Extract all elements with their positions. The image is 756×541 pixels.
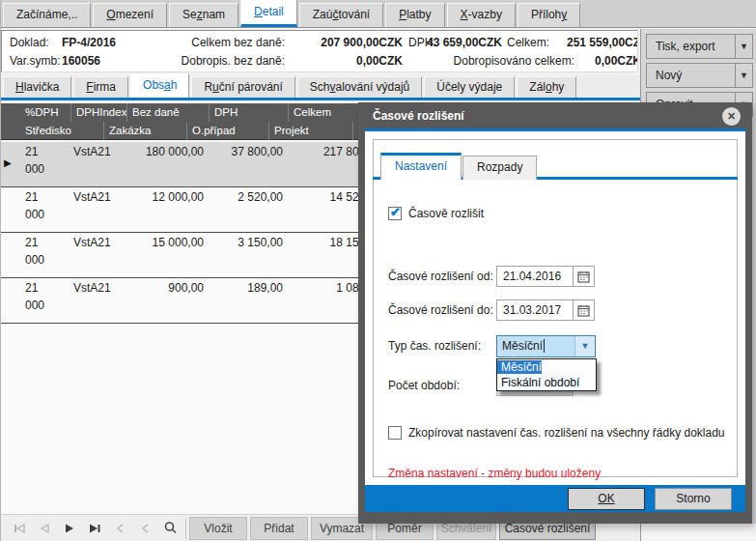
col-stredisko[interactable]: Středisko	[20, 122, 104, 140]
ok-button[interactable]: OK	[568, 488, 645, 510]
pocet-label: Počet období:	[388, 379, 496, 392]
od-label: Časové rozlišení od:	[388, 270, 496, 283]
tab-zaciname[interactable]: Začínáme,..	[3, 3, 91, 27]
tab-prilohy[interactable]: Přílohy	[518, 3, 580, 27]
print-export-button[interactable]: Tisk, export ▼	[646, 34, 753, 59]
chevron-down-icon[interactable]: ▼	[736, 42, 752, 51]
dobropisovano-label: Dobropisováno celkem:	[434, 54, 574, 68]
typ-combobox[interactable]: Měsíční ▼ Měsíční Fiskální období	[496, 335, 596, 357]
varsymb-label: Var.symb:	[10, 54, 60, 68]
dialog-tab-rozpady[interactable]: Rozpady	[462, 156, 537, 180]
celkem-bez-dane-value: 207 900,00CZK	[289, 36, 403, 49]
do-field-row: Časové rozlišení do: 31.03.2017	[388, 299, 737, 322]
insert-button[interactable]: Vložit	[189, 517, 247, 540]
add-button[interactable]: Přidat	[250, 517, 308, 540]
col-opripa[interactable]: O.případ	[187, 122, 269, 140]
tab-zalohy[interactable]: Zálohy	[517, 76, 576, 98]
tab-detail[interactable]: Detail	[240, 0, 297, 27]
tab-ucely-vydaje[interactable]: Účely výdaje	[424, 76, 515, 98]
text-caret	[544, 339, 545, 353]
col-bez-dane[interactable]: Bez daně	[127, 103, 210, 122]
dialog-footer: OK Storno	[365, 485, 745, 512]
tab-zauctovani[interactable]: Zaúčtování	[299, 3, 383, 27]
nav-next-icon[interactable]	[57, 519, 82, 538]
nav-prior-icon[interactable]	[32, 519, 57, 538]
dialog-casove-rozliseni: Časové rozlišení ✕ Nastavení Rozpady Čas…	[358, 102, 752, 524]
doklad-value: FP-4/2016	[62, 36, 116, 49]
copy-checkbox-row: Zkopírovat nastavení čas. rozlišení na v…	[388, 426, 737, 440]
col-projekt[interactable]: Projekt	[269, 122, 353, 140]
dialog-tab-bar: Nastavení Rozpady	[374, 140, 737, 180]
copy-checkbox-label: Zkopírovat nastavení čas. rozlišení na v…	[408, 426, 725, 440]
tab-rucni-parovani[interactable]: Ruční párování	[191, 76, 294, 98]
od-field-row: Časové rozlišení od: 21.04.2016	[388, 265, 737, 288]
nav-last-icon[interactable]	[82, 519, 107, 538]
dialog-body: Nastavení Rozpady Časově rozlišit Časové…	[365, 131, 745, 485]
calendar-icon[interactable]	[574, 299, 595, 321]
dropdown-option-fiskalni[interactable]: Fiskální období	[497, 376, 579, 389]
tab-hlavicka[interactable]: Hlavička	[3, 76, 71, 98]
tab-omezeni[interactable]: Omezení	[93, 3, 167, 27]
typ-field-row: Typ čas. rozlišení: Měsíční ▼ Měsíční Fi…	[388, 334, 737, 357]
dialog-tab-nastaveni[interactable]: Nastavení	[380, 153, 462, 180]
dropdown-option-mesicni[interactable]: Měsíční	[497, 360, 542, 374]
tab-platby[interactable]: Platby	[385, 3, 444, 27]
detail-tab-bar: Hlavička Firma Obsah Ruční párování Schv…	[1, 75, 640, 100]
tab-schvalovani-vydaju[interactable]: Schvalování výdajů	[297, 76, 422, 98]
right-panel-bottom	[640, 524, 756, 541]
col-dph-pct[interactable]: %DPH	[20, 103, 71, 122]
tab-obsah[interactable]: Obsah	[130, 73, 189, 98]
tab-seznam[interactable]: Seznam	[169, 3, 238, 27]
varsymb-value: 160056	[62, 54, 100, 68]
dph-value: 43 659,00CZK	[414, 36, 502, 49]
new-button[interactable]: Nový ▼	[646, 63, 753, 88]
col-dph[interactable]: DPH	[210, 103, 289, 122]
dobropis-value: 0,00CZK	[289, 54, 403, 68]
do-label: Časové rozlišení do:	[388, 303, 496, 317]
dialog-panel: Nastavení Rozpady Časově rozlišit Časové…	[373, 139, 738, 477]
rozlisit-checkbox-row: Časově rozlišit	[388, 207, 737, 220]
col-zakazka[interactable]: Zakázka	[104, 122, 187, 140]
dialog-content: Časově rozlišit Časové rozlišení od: 21.…	[374, 207, 737, 480]
celkem-bez-dane-label: Celkem bez daně:	[147, 36, 285, 49]
celkem-label: Celkem:	[507, 36, 549, 49]
rozlisit-checkbox[interactable]	[388, 207, 402, 220]
typ-combobox-value[interactable]: Měsíční	[497, 336, 574, 356]
do-date-input[interactable]: 31.03.2017	[496, 299, 574, 321]
chevron-down-icon[interactable]: ▼	[574, 336, 595, 356]
doklad-label: Doklad:	[10, 36, 49, 49]
tab-firma[interactable]: Firma	[73, 76, 128, 98]
dobropis-label: Dobropis. bez daně:	[147, 54, 285, 68]
document-header-panel: Doklad: FP-4/2016 Celkem bez daně: 207 9…	[1, 30, 638, 72]
app-window: Začínáme,.. Omezení Seznam Detail Zaúčto…	[0, 0, 756, 541]
od-date-input[interactable]: 21.04.2016	[496, 266, 574, 287]
tab-x-vazby[interactable]: X-vazby	[447, 3, 516, 27]
copy-checkbox[interactable]	[388, 426, 402, 440]
close-icon[interactable]: ✕	[722, 107, 741, 126]
typ-label: Typ čas. rozlišení:	[388, 339, 496, 353]
rozlisit-checkbox-label: Časově rozlišit	[408, 207, 484, 220]
dobropisovano-value: 0,00CZK	[595, 54, 638, 68]
search-icon[interactable]	[157, 519, 182, 538]
chevron-down-icon[interactable]: ▼	[736, 71, 752, 80]
page-prior2-icon[interactable]	[132, 519, 157, 538]
calendar-icon[interactable]	[574, 266, 595, 287]
dialog-title: Časové rozlišení	[365, 102, 745, 128]
current-row-marker-icon: ▶	[4, 157, 12, 168]
page-prior-icon[interactable]	[107, 519, 132, 538]
top-tab-bar: Začínáme,.. Omezení Seznam Detail Zaúčto…	[1, 0, 756, 28]
warning-text: Změna nastavení - změny budou uloženy	[388, 467, 737, 480]
celkem-value: 251 559,00CZK	[567, 36, 638, 49]
typ-dropdown-list: Měsíční Fiskální období	[496, 358, 597, 391]
storno-button[interactable]: Storno	[655, 488, 732, 510]
col-dph-index[interactable]: DPHIndex	[71, 103, 127, 122]
nav-first-icon[interactable]	[7, 519, 32, 538]
